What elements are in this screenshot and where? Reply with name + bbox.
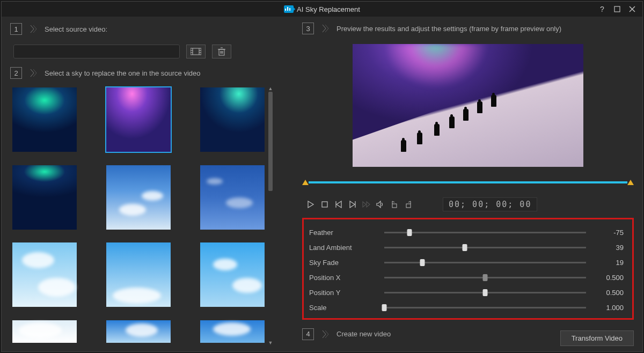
gallery-scrollbar[interactable]: ▲ ▼ (268, 85, 273, 346)
step-1-number: 1 (10, 23, 22, 35)
step-3-number: 3 (302, 23, 314, 34)
preview-viewport (353, 44, 583, 167)
sky-thumb[interactable] (200, 242, 265, 307)
land-ambient-label: Land Ambient (309, 244, 384, 252)
maximize-button[interactable] (611, 4, 623, 14)
sky-thumb[interactable] (106, 242, 171, 307)
svg-rect-3 (191, 48, 201, 55)
feather-slider[interactable] (384, 232, 586, 233)
svg-marker-20 (350, 201, 355, 208)
title-bar: AI Sky Replacement ? (2, 2, 642, 17)
sky-thumb[interactable] (12, 242, 77, 307)
step-4-number: 4 (302, 328, 314, 340)
svg-rect-25 (392, 204, 397, 208)
source-video-input[interactable] (13, 45, 180, 58)
delete-button[interactable] (212, 45, 231, 58)
svg-rect-0 (614, 6, 620, 12)
scale-label: Scale (309, 304, 384, 312)
scale-slider[interactable] (384, 307, 586, 308)
svg-rect-26 (406, 204, 411, 208)
fast-forward-button[interactable] (360, 198, 373, 210)
land-ambient-value[interactable]: 39 (597, 244, 624, 252)
mark-in-button[interactable] (388, 198, 401, 210)
sky-fade-slider[interactable] (384, 262, 586, 263)
timeline[interactable] (302, 179, 634, 186)
adjustment-panel: Feather -75 Land Ambient 39 Sky Fade 19 … (302, 218, 634, 320)
play-button[interactable] (304, 198, 317, 210)
position-x-slider[interactable] (384, 277, 586, 278)
position-x-label: Position X (309, 274, 384, 282)
mark-out-button[interactable] (402, 198, 415, 210)
feather-value[interactable]: -75 (597, 229, 624, 237)
transform-video-button[interactable]: Transform Video (560, 330, 634, 346)
sky-thumb[interactable] (12, 165, 77, 230)
scale-value[interactable]: 1.000 (597, 304, 624, 312)
step-1-label: Select source video: (45, 25, 107, 33)
help-button[interactable]: ? (596, 4, 608, 14)
sky-fade-value[interactable]: 19 (597, 259, 624, 267)
step-2-header: 2 Select a sky to replace the one in the… (10, 66, 295, 80)
prev-frame-button[interactable] (332, 198, 345, 210)
step-3-label: Preview the results and adjust the setti… (336, 25, 561, 33)
feather-label: Feather (309, 229, 384, 237)
sky-fade-label: Sky Fade (309, 259, 384, 267)
sky-gallery (10, 85, 265, 346)
position-y-label: Position Y (309, 289, 384, 297)
step-arrow-icon (30, 68, 37, 78)
timecode-display[interactable]: 00; 00; 00; 00 (443, 197, 537, 211)
land-ambient-slider[interactable] (384, 247, 586, 248)
step-arrow-icon (30, 24, 37, 34)
close-button[interactable] (626, 4, 638, 14)
svg-marker-18 (336, 201, 341, 208)
next-frame-button[interactable] (346, 198, 359, 210)
step-1-header: 1 Select source video: (10, 22, 295, 36)
sky-thumb[interactable] (200, 87, 265, 152)
svg-marker-24 (377, 201, 380, 208)
sky-thumb[interactable] (106, 320, 171, 343)
stop-button[interactable] (318, 198, 331, 210)
svg-rect-17 (322, 202, 327, 207)
step-4-label: Create new video (336, 330, 391, 338)
step-3-header: 3 Preview the results and adjust the set… (302, 22, 634, 35)
window-title: AI Sky Replacement (297, 5, 360, 13)
step-arrow-icon (321, 329, 329, 340)
sky-thumb[interactable] (12, 320, 77, 343)
sky-thumb[interactable] (200, 165, 265, 230)
sky-thumb[interactable] (106, 87, 171, 152)
svg-marker-16 (308, 201, 313, 208)
audio-button[interactable] (374, 198, 387, 210)
timeline-out-marker[interactable] (627, 180, 634, 185)
import-video-button[interactable] (186, 45, 206, 58)
step-2-label: Select a sky to replace the one in the s… (45, 69, 201, 77)
svg-marker-23 (367, 202, 370, 207)
step-arrow-icon (321, 23, 329, 34)
svg-marker-22 (363, 202, 366, 207)
step-2-number: 2 (10, 67, 22, 79)
playback-controls: 00; 00; 00; 00 (302, 197, 634, 211)
position-x-value[interactable]: 0.500 (597, 274, 624, 282)
timeline-track[interactable] (309, 181, 627, 183)
app-icon (284, 5, 294, 13)
position-y-slider[interactable] (384, 292, 586, 293)
sky-thumb[interactable] (106, 165, 171, 230)
sky-thumb[interactable] (200, 320, 265, 343)
timeline-in-marker[interactable] (302, 180, 309, 185)
position-y-value[interactable]: 0.500 (597, 289, 624, 297)
sky-thumb[interactable] (12, 87, 77, 152)
